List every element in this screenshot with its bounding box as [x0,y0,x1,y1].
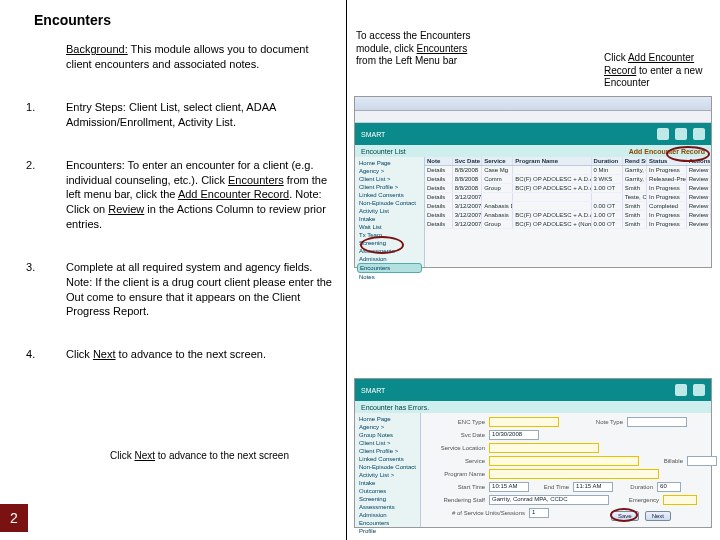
service-select[interactable] [489,456,639,466]
left-nav: Home PageAgency >Group NotesClient List … [355,413,421,527]
nav-item[interactable]: Agency > [357,423,418,431]
end-time-input[interactable]: 11:15 AM [573,482,613,492]
background-label: Background: [66,43,128,55]
start-time-input[interactable]: 10:15 AM [489,482,529,492]
header-icon[interactable] [675,128,687,140]
nav-item[interactable]: Client Profile > [357,183,422,191]
screenshot-encounter-form: SMART Encounter has Errors. Home PageAge… [354,378,712,528]
list-subheader: Encounter List Add Encounter Record [355,145,711,157]
nav-item[interactable]: Notes [357,273,422,281]
nav-item[interactable]: Intake [357,215,422,223]
table-row: Details3/12/2007Anabasis Drug-exempt dru… [425,202,711,211]
billable-select[interactable] [687,456,717,466]
step-1-text: Entry Steps: Client List, select client,… [66,101,276,128]
nav-item[interactable]: Home Page [357,159,422,167]
page-title: Encounters [34,12,111,28]
header-icon[interactable] [657,128,669,140]
enc-type-select[interactable] [489,417,559,427]
table-row: Details3/12/2007AnabasisBC(F) OP ADOLESC… [425,211,711,220]
nav-item[interactable]: Client List > [357,439,418,447]
table-header: NoteSvc DateServiceProgram NameDurationR… [425,157,711,166]
service-date-input[interactable]: 10/30/2008 [489,430,539,440]
highlight-oval-add-record [666,146,710,162]
header-icon[interactable] [675,384,687,396]
nav-item[interactable]: Assessments [357,503,418,511]
step-3-text: Complete at all required system and agen… [66,261,332,318]
callout-encounters: To access the Encounters module, click E… [356,30,486,68]
highlight-oval-encounters-nav [360,236,404,254]
form-subheader: Encounter has Errors. [355,401,711,413]
note-type-select[interactable] [627,417,687,427]
nav-item[interactable]: Encounters [357,263,422,273]
program-select[interactable] [489,469,659,479]
table-row: Details3/12/2007GroupBC(F) OP ADOLESC + … [425,220,711,229]
nav-item[interactable]: Linked Consents [357,191,422,199]
nav-item[interactable]: Admission [357,511,418,519]
callout-add-record: Click Add Encounter Record to enter a ne… [604,52,714,90]
nav-item[interactable]: Client Profile > [357,447,418,455]
step-4: Click Next to advance to the next screen… [26,347,336,362]
step-list: Entry Steps: Client List, select client,… [26,100,336,390]
callout-next: Click Next to advance to the next screen [110,450,290,463]
header-icon[interactable] [693,384,705,396]
nav-item[interactable]: Linked Consents [357,455,418,463]
form-subtitle: Encounter has Errors. [361,404,429,411]
nav-item[interactable]: Profile [357,527,418,535]
step-1: Entry Steps: Client List, select client,… [26,100,336,130]
nav-item[interactable]: Non-Episode Contact [357,199,422,207]
nav-item[interactable]: Outcomes [357,487,418,495]
app-header: SMART [355,379,711,401]
nav-item[interactable]: Client List > [357,175,422,183]
emergency-select[interactable] [663,495,697,505]
nav-item[interactable]: Activity List > [357,471,418,479]
step-3: Complete at all required system and agen… [26,260,336,319]
table-row: Details8/8/2008CommBC(F) OP ADOLESC + A.… [425,175,711,184]
nav-item[interactable]: Agency > [357,167,422,175]
nav-item[interactable]: Screening [357,495,418,503]
app-header: SMART [355,123,711,145]
browser-toolbar [355,111,711,123]
step-2: Encounters: To enter an encounter for a … [26,158,336,232]
divider-line [346,0,347,540]
table-row: Details8/8/2008Case Mg0 MinGarrity, Conr… [425,166,711,175]
units-input[interactable]: 1 [529,508,549,518]
service-location-select[interactable] [489,443,599,453]
nav-item[interactable]: Encounters [357,519,418,527]
encounter-form: ENC Type Note Type Svc Date10/30/2008 Se… [421,413,720,527]
screenshot-encounter-list: SMART Encounter List Add Encounter Recor… [354,96,712,268]
highlight-oval-next [610,508,638,522]
header-icon[interactable] [693,128,705,140]
encounter-table: NoteSvc DateServiceProgram NameDurationR… [425,157,711,267]
nav-item[interactable]: Activity List [357,207,422,215]
app-brand: SMART [361,131,385,138]
background-paragraph: Background: This module allows you to do… [66,42,326,72]
nav-item[interactable]: Intake [357,479,418,487]
nav-item[interactable]: Home Page [357,415,418,423]
duration-input[interactable]: 60 [657,482,681,492]
table-row: Details8/8/2008GroupBC(F) OP ADOLESC + A… [425,184,711,193]
nav-item[interactable]: Admission [357,255,422,263]
table-row: Details3/12/2007Teste, ConradIn Progress… [425,193,711,202]
next-button[interactable]: Next [645,511,671,521]
page-number: 2 [0,504,28,532]
list-title: Encounter List [361,148,406,155]
app-brand: SMART [361,387,385,394]
nav-item[interactable]: Non-Episode Contact [357,463,418,471]
nav-item[interactable]: Wait List [357,223,422,231]
browser-titlebar [355,97,711,111]
rendering-staff-select[interactable]: Garrity, Conrad MPA, CCDC [489,495,609,505]
nav-item[interactable]: Group Notes [357,431,418,439]
